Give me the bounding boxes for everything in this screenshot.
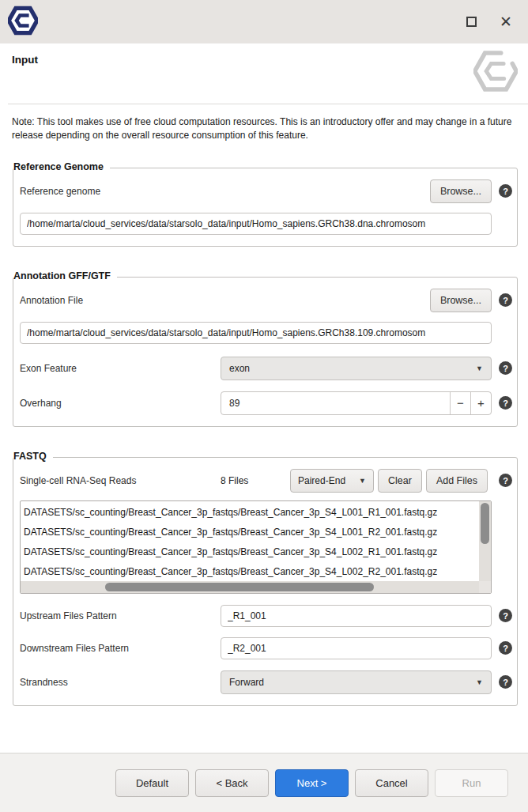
downstream-pattern-input[interactable] xyxy=(221,637,492,659)
list-item[interactable]: DATASETS/sc_counting/Breast_Cancer_3p_fa… xyxy=(21,503,479,523)
maximize-icon[interactable] xyxy=(466,17,477,27)
overhang-stepper: 89 − + xyxy=(221,391,492,415)
close-icon[interactable]: ✕ xyxy=(500,14,512,29)
group-reference-genome: Reference Genome Reference genome Browse… xyxy=(13,168,518,247)
reads-label: Single-cell RNA-Seq Reads xyxy=(20,475,221,486)
increment-icon[interactable]: + xyxy=(470,392,491,414)
ugene-watermark-icon xyxy=(473,49,518,96)
next-button[interactable]: Next > xyxy=(275,769,349,797)
help-icon[interactable]: ? xyxy=(499,184,512,198)
footer: Default < Back Next > Cancel Run xyxy=(0,753,528,812)
group-title: Reference Genome xyxy=(13,161,110,172)
help-icon[interactable]: ? xyxy=(499,293,512,307)
reference-genome-path-input[interactable] xyxy=(20,213,492,235)
chevron-down-icon: ▼ xyxy=(476,364,483,372)
help-icon[interactable]: ? xyxy=(499,609,512,622)
annotation-path-input[interactable] xyxy=(20,322,492,344)
add-files-button[interactable]: Add Files xyxy=(426,469,488,493)
default-button[interactable]: Default xyxy=(115,769,189,797)
fastq-file-list: DATASETS/sc_counting/Breast_Cancer_3p_fa… xyxy=(20,500,492,594)
help-icon[interactable]: ? xyxy=(499,675,512,689)
exon-feature-select[interactable]: exon ▼ xyxy=(221,357,492,380)
scrollbar-corner xyxy=(479,581,491,593)
browse-reference-button[interactable]: Browse... xyxy=(430,179,492,203)
reference-genome-label: Reference genome xyxy=(20,186,221,197)
page-header: Input xyxy=(0,43,528,104)
help-icon[interactable]: ? xyxy=(499,474,512,487)
exon-feature-value: exon xyxy=(229,363,250,374)
group-fastq: FASTQ Single-cell RNA-Seq Reads 8 Files … xyxy=(13,457,518,706)
vertical-scrollbar[interactable] xyxy=(479,501,491,581)
clear-button[interactable]: Clear xyxy=(378,469,422,493)
overhang-label: Overhang xyxy=(20,398,221,409)
annotation-file-label: Annotation File xyxy=(20,295,221,306)
header-divider xyxy=(8,104,528,104)
files-count: 8 Files xyxy=(221,475,248,486)
downstream-pattern-label: Downstream Files Pattern xyxy=(20,643,221,654)
page-title: Input xyxy=(12,54,516,66)
titlebar: ✕ xyxy=(0,0,528,43)
vertical-scrollbar-thumb[interactable] xyxy=(481,503,489,544)
note-text: Note: This tool makes use of free cloud … xyxy=(12,115,516,142)
decrement-icon[interactable]: − xyxy=(450,392,470,414)
strandness-value: Forward xyxy=(229,677,264,688)
run-button: Run xyxy=(435,769,508,797)
overhang-value[interactable]: 89 xyxy=(221,392,450,414)
upstream-pattern-label: Upstream Files Pattern xyxy=(20,610,221,621)
pairing-select[interactable]: Paired-End ▼ xyxy=(290,469,374,493)
cancel-button[interactable]: Cancel xyxy=(355,769,428,797)
list-item[interactable]: DATASETS/sc_counting/Breast_Cancer_3p_fa… xyxy=(21,523,479,542)
group-title: FASTQ xyxy=(13,451,53,462)
pairing-value: Paired-End xyxy=(298,475,345,486)
browse-annotation-button[interactable]: Browse... xyxy=(430,289,492,312)
app-logo-icon xyxy=(8,6,38,38)
group-title: Annotation GFF/GTF xyxy=(13,270,117,281)
help-icon[interactable]: ? xyxy=(499,361,512,375)
group-annotation: Annotation GFF/GTF Annotation File Brows… xyxy=(13,277,518,427)
chevron-down-icon: ▼ xyxy=(359,477,366,485)
upstream-pattern-input[interactable] xyxy=(221,605,492,627)
list-item[interactable]: DATASETS/sc_counting/Breast_Cancer_3p_fa… xyxy=(21,542,479,562)
list-item[interactable]: DATASETS/sc_counting/Breast_Cancer_3p_fa… xyxy=(21,562,479,581)
strandness-label: Strandness xyxy=(20,677,221,688)
back-button[interactable]: < Back xyxy=(195,769,269,797)
horizontal-scrollbar[interactable] xyxy=(21,581,479,593)
exon-feature-label: Exon Feature xyxy=(20,363,221,374)
help-icon[interactable]: ? xyxy=(499,641,512,655)
chevron-down-icon: ▼ xyxy=(476,678,483,686)
strandness-select[interactable]: Forward ▼ xyxy=(221,670,492,694)
wizard-window: ✕ Input Note: This tool makes use of fre… xyxy=(0,0,528,812)
help-icon[interactable]: ? xyxy=(499,396,512,410)
horizontal-scrollbar-thumb[interactable] xyxy=(105,583,374,591)
file-list-viewport: DATASETS/sc_counting/Breast_Cancer_3p_fa… xyxy=(21,503,479,581)
